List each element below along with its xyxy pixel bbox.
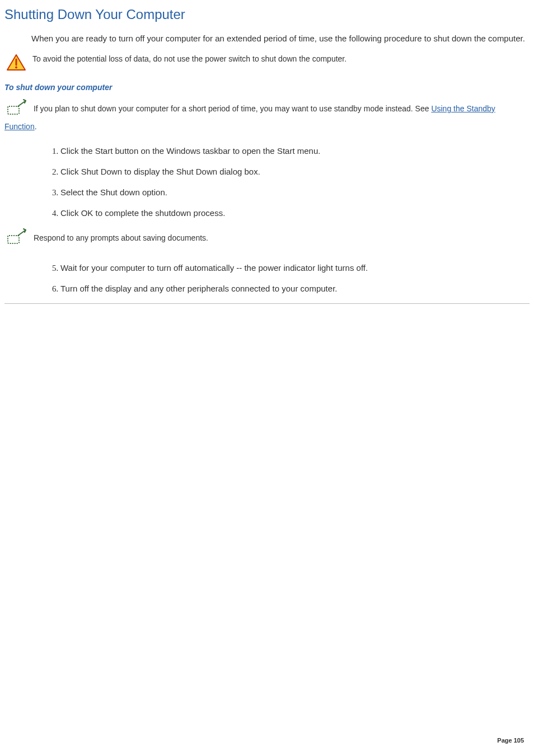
warning-icon [7,54,29,73]
note-prompts-text: Respond to any prompts about saving docu… [31,233,208,242]
step-item: Click the Start button on the Windows ta… [60,145,530,157]
step-item: Wait for your computer to turn off autom… [60,262,530,274]
warning-text: To avoid the potential loss of data, do … [32,53,346,65]
page-number: Page 105 [497,737,524,744]
warning-callout: To avoid the potential loss of data, do … [4,53,530,73]
divider [4,303,530,304]
note-icon [4,98,28,120]
svg-point-2 [15,67,17,69]
steps-list-2: Wait for your computer to turn off autom… [60,262,530,294]
intro-paragraph: When you are ready to turn off your comp… [31,32,530,44]
note-prompts: Respond to any prompts about saving docu… [4,228,530,250]
step-item: Select the Shut down option. [60,186,530,198]
step-item: Click Shut Down to display the Shut Down… [60,166,530,177]
steps-list-1: Click the Start button on the Windows ta… [60,145,530,219]
svg-rect-3 [8,106,19,114]
step-item: Turn off the display and any other perip… [60,283,530,294]
step-item: Click OK to complete the shutdown proces… [60,207,530,219]
page-title: Shutting Down Your Computer [4,7,530,22]
svg-rect-4 [8,236,19,243]
note-standby: If you plan to shut down your computer f… [4,98,530,133]
note-icon [4,228,28,250]
note-standby-suffix: . [35,122,37,131]
note-standby-prefix: If you plan to shut down your computer f… [31,104,431,113]
procedure-heading: To shut down your computer [4,83,530,92]
